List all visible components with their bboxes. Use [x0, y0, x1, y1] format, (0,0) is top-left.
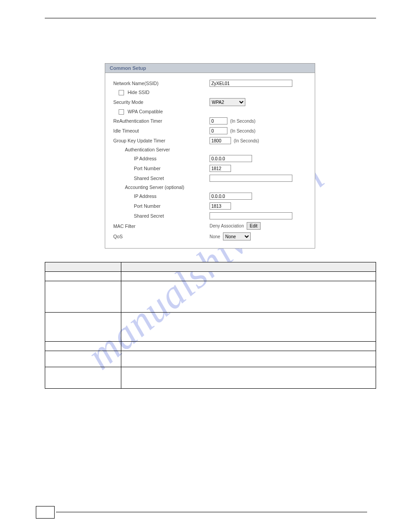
reauth-unit: (In Seconds) [230, 119, 256, 124]
table-row [45, 342, 376, 351]
row-hide-ssid: Hide SSID [113, 88, 307, 97]
panel-body: Network Name(SSID) Hide SSID Security Mo… [105, 73, 315, 248]
row-acct-ip: IP Address [113, 191, 307, 201]
table-row [45, 367, 376, 389]
table-row [45, 351, 376, 367]
row-auth-server-header: Authentication Server [113, 146, 307, 154]
table-row [45, 281, 376, 313]
row-auth-port: Port Number [113, 163, 307, 173]
qos-label: QoS [113, 234, 210, 239]
group-key-input[interactable] [210, 137, 231, 144]
page-number-box [36, 506, 55, 519]
group-key-unit: (In Seconds) [234, 138, 259, 143]
security-mode-label: Security Mode [113, 99, 210, 105]
table-cell [45, 272, 121, 281]
table-cell [121, 281, 376, 313]
table-cell [45, 342, 121, 351]
wpa-compat-checkbox[interactable] [119, 109, 124, 115]
acct-server-label: Accounting Server (optional) [113, 184, 210, 190]
auth-secret-label: Shared Secret [113, 176, 210, 181]
row-auth-ip: IP Address [113, 154, 307, 163]
table-cell [45, 351, 121, 367]
table-cell [121, 367, 376, 389]
auth-port-input[interactable] [210, 165, 231, 172]
mac-filter-value: Deny Association [210, 223, 244, 228]
auth-port-label: Port Number [113, 166, 210, 171]
idle-label: Idle Timeout [113, 128, 210, 133]
row-wpa-compat: WPA Compatible [113, 107, 307, 116]
table-cell [121, 342, 376, 351]
acct-secret-label: Shared Secret [113, 213, 210, 219]
idle-input[interactable] [210, 127, 227, 134]
acct-secret-input[interactable] [210, 212, 292, 219]
reauth-label: ReAuthentication Timer [113, 118, 210, 124]
acct-port-label: Port Number [113, 203, 210, 209]
row-mac-filter: MAC Filter Deny Association Edit [113, 221, 307, 231]
mac-filter-label: MAC Filter [113, 223, 210, 229]
qos-select[interactable]: None [223, 232, 251, 240]
edit-button[interactable]: Edit [247, 222, 261, 230]
group-key-label: Group Key Update Timer [113, 138, 210, 143]
acct-port-input[interactable] [210, 202, 231, 210]
row-security-mode: Security Mode WPA2 [113, 97, 307, 107]
auth-secret-input[interactable] [210, 175, 292, 182]
row-auth-secret: Shared Secret [113, 173, 307, 183]
page-content: Common Setup Network Name(SSID) Hide SSI… [45, 63, 375, 389]
row-acct-secret: Shared Secret [113, 211, 307, 221]
row-idle: Idle Timeout (In Seconds) [113, 126, 307, 136]
bottom-divider [56, 512, 367, 512]
table-cell [45, 281, 121, 313]
row-reauth: ReAuthentication Timer (In Seconds) [113, 116, 307, 126]
auth-server-label: Authentication Server [113, 147, 210, 152]
wpa-compat-label: WPA Compatible [128, 109, 163, 114]
auth-ip-label: IP Address [113, 156, 210, 161]
panel-title: Common Setup [105, 64, 315, 73]
acct-ip-label: IP Address [113, 193, 210, 199]
table-row [45, 272, 376, 281]
row-acct-port: Port Number [113, 201, 307, 211]
row-network-name: Network Name(SSID) [113, 78, 307, 88]
row-qos: QoS None None [113, 231, 307, 242]
table-cell [121, 313, 376, 342]
table-row [45, 313, 376, 342]
hide-ssid-checkbox[interactable] [119, 90, 124, 95]
acct-ip-input[interactable] [210, 193, 252, 200]
idle-unit: (In Seconds) [230, 129, 256, 133]
table-header-2 [121, 262, 376, 272]
table-cell [121, 351, 376, 367]
security-mode-select[interactable]: WPA2 [210, 98, 245, 106]
description-table [45, 262, 376, 389]
table-header-1 [45, 262, 121, 272]
auth-ip-input[interactable] [210, 155, 252, 162]
qos-text: None [210, 234, 220, 239]
table-cell [121, 272, 376, 281]
top-divider [45, 18, 376, 18]
network-name-input[interactable] [210, 80, 292, 87]
hide-ssid-label: Hide SSID [128, 90, 150, 95]
reauth-input[interactable] [210, 117, 227, 124]
row-acct-server-header: Accounting Server (optional) [113, 183, 307, 191]
network-name-label: Network Name(SSID) [113, 81, 210, 86]
table-cell [45, 313, 121, 342]
common-setup-panel: Common Setup Network Name(SSID) Hide SSI… [105, 63, 315, 249]
table-cell [45, 367, 121, 389]
row-group-key: Group Key Update Timer (In Seconds) [113, 136, 307, 146]
